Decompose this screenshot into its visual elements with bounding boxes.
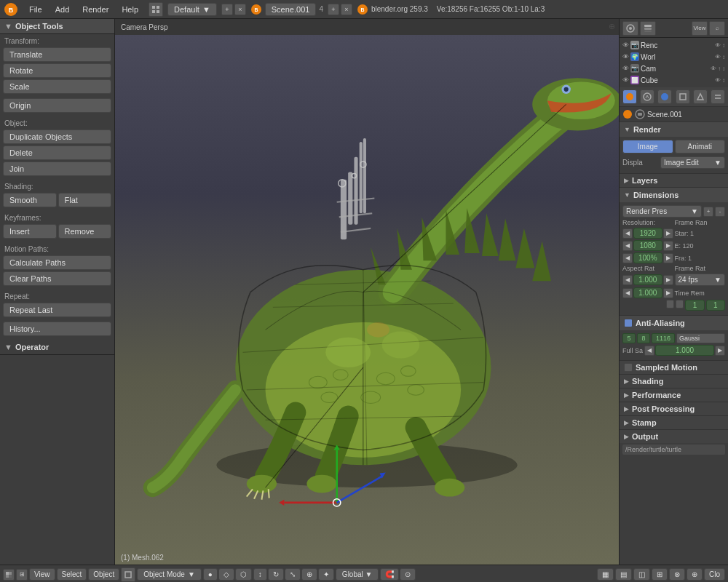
cam-lock-icon[interactable]: ↕ xyxy=(722,65,725,72)
layer-btn2[interactable]: ▤ xyxy=(615,568,632,581)
constraint-props-icon[interactable] xyxy=(693,89,708,104)
view-icon-btn[interactable] xyxy=(622,21,638,36)
render-preset-dropdown[interactable]: Render Pres ▼ xyxy=(622,205,702,218)
close-viewport-btn[interactable]: Clo xyxy=(704,568,725,581)
fullsa-down-btn[interactable]: ◀ xyxy=(644,346,654,356)
image-render-btn[interactable]: Image xyxy=(622,140,673,154)
height-up-btn[interactable]: ▶ xyxy=(663,241,673,251)
remove-keyframe-button[interactable]: Remove xyxy=(58,224,112,239)
shading-section[interactable]: ▶ Shading xyxy=(620,374,728,388)
height-field[interactable]: 1080 xyxy=(633,240,662,251)
aa-val2[interactable]: 8 xyxy=(637,333,650,343)
view-menu-btn[interactable]: View xyxy=(29,568,55,581)
render-props-icon[interactable] xyxy=(622,89,637,104)
cube-eye-icon[interactable]: 👁 xyxy=(715,77,721,84)
render-layers-icon[interactable] xyxy=(640,21,656,36)
snap-btn[interactable]: 🧲 xyxy=(380,568,399,581)
layer-btn6[interactable]: ⊕ xyxy=(687,568,703,581)
rotate-button[interactable]: Rotate xyxy=(3,63,111,78)
tree-restrict-render[interactable]: 👁 xyxy=(715,42,721,49)
pct-up-btn[interactable]: ▶ xyxy=(663,253,673,263)
close-workspace-btn[interactable]: × xyxy=(234,4,246,15)
search-btn[interactable]: ⌕ xyxy=(709,21,725,36)
display-dropdown[interactable]: Image Edit ▼ xyxy=(660,156,725,169)
translate-button[interactable]: Translate xyxy=(3,47,111,62)
ax-up-btn[interactable]: ▶ xyxy=(663,275,673,285)
menu-help[interactable]: Help xyxy=(116,4,144,15)
ay-down-btn[interactable]: ◀ xyxy=(622,288,633,298)
transform-icon-btn[interactable]: ⊕ xyxy=(301,568,317,581)
height-down-btn[interactable]: ◀ xyxy=(622,241,633,251)
layer-btn1[interactable]: ▦ xyxy=(597,568,614,581)
calculate-paths-button[interactable]: Calculate Paths xyxy=(3,255,111,270)
insert-keyframe-button[interactable]: Insert xyxy=(3,224,57,239)
texture-shading-btn[interactable]: ⬡ xyxy=(235,568,252,581)
preset-add-btn[interactable]: + xyxy=(703,207,713,217)
pct-down-btn[interactable]: ◀ xyxy=(622,253,633,263)
clear-paths-button[interactable]: Clear Paths xyxy=(3,271,111,286)
menu-file[interactable]: File xyxy=(23,4,48,15)
viewport-bg[interactable] xyxy=(115,35,619,565)
tree-item-cube[interactable]: 👁 ⬜ Cube 👁 ↕ xyxy=(620,74,728,86)
aspect-y-field[interactable]: 1.000 xyxy=(633,287,662,298)
mode-selector[interactable]: Object Mode ▼ xyxy=(137,568,202,581)
select-menu-btn[interactable]: Select xyxy=(57,568,87,581)
sampled-motion-section[interactable]: Sampled Motion xyxy=(620,360,728,374)
viewport-type-icon[interactable] xyxy=(3,569,15,581)
timerem-check2[interactable] xyxy=(676,300,684,308)
scene-props-icon[interactable] xyxy=(640,89,654,104)
aa-val3[interactable]: 1116 xyxy=(652,333,675,343)
view-properties-btn[interactable]: View xyxy=(692,21,708,36)
object-props-icon[interactable] xyxy=(676,89,690,104)
custom-icon-btn[interactable]: ✦ xyxy=(318,568,334,581)
aa-filter-dropdown[interactable]: Gaussi xyxy=(676,333,725,343)
timerem-check1[interactable] xyxy=(666,300,674,308)
timerem-val2[interactable]: 1 xyxy=(706,300,725,311)
tree-restrict-render2[interactable]: 👁 xyxy=(715,54,721,60)
modifier-props-icon[interactable] xyxy=(711,89,725,104)
percent-field[interactable]: 100% xyxy=(633,252,662,263)
menu-add[interactable]: Add xyxy=(50,4,76,15)
aa-enable-check[interactable] xyxy=(624,319,633,327)
layer-btn4[interactable]: ⊞ xyxy=(652,568,668,581)
delete-button[interactable]: Delete xyxy=(3,146,111,160)
antialiasing-header[interactable]: Anti-Aliasing xyxy=(620,316,728,330)
preset-remove-btn[interactable]: - xyxy=(715,207,725,217)
rotate-icon-btn[interactable]: ↻ xyxy=(268,568,284,581)
render-section-header[interactable]: ▼ Render xyxy=(620,122,728,137)
viewport-maximize-icon[interactable]: ⊞ xyxy=(16,569,28,581)
cube-restrict-icon[interactable]: ↕ xyxy=(722,77,725,84)
width-up-btn[interactable]: ▶ xyxy=(663,228,673,239)
ax-down-btn[interactable]: ◀ xyxy=(622,275,633,285)
cam-eye-icon[interactable]: 👁 xyxy=(711,65,716,72)
wire-shading-btn[interactable]: ◇ xyxy=(218,568,234,581)
fps-dropdown[interactable]: 24 fps ▼ xyxy=(675,274,726,286)
add-scene-btn[interactable]: + xyxy=(328,4,339,15)
flat-button[interactable]: Flat xyxy=(58,193,112,207)
performance-section[interactable]: ▶ Performance xyxy=(620,388,728,402)
layers-section[interactable]: ▶ Layers xyxy=(620,173,728,187)
solid-shading-btn[interactable]: ● xyxy=(203,568,218,581)
orientation-selector[interactable]: Global ▼ xyxy=(336,568,379,581)
proportional-btn[interactable]: ⊙ xyxy=(400,568,416,581)
layer-btn5[interactable]: ⊗ xyxy=(669,568,685,581)
output-section[interactable]: ▶ Output xyxy=(620,429,728,443)
post-processing-section[interactable]: ▶ Post Processing xyxy=(620,402,728,415)
animation-render-btn[interactable]: Animati xyxy=(675,140,726,154)
tree-item-worl[interactable]: 👁 🌍 Worl 👁 ↕ xyxy=(620,51,728,63)
ay-up-btn[interactable]: ▶ xyxy=(663,288,673,298)
tree-restrict-select2[interactable]: ↕ xyxy=(722,54,725,60)
translate-icon-btn[interactable]: ↕ xyxy=(253,568,267,581)
full-sa-field[interactable]: 1.000 xyxy=(655,345,714,356)
stamp-section[interactable]: ▶ Stamp xyxy=(620,415,728,429)
tree-item-cam[interactable]: 👁 📷 Cam 👁 ↑ ↕ xyxy=(620,63,728,74)
width-down-btn[interactable]: ◀ xyxy=(622,228,633,239)
dimensions-header[interactable]: ▼ Dimensions xyxy=(620,188,728,202)
aa-val1[interactable]: 5 xyxy=(622,333,636,343)
origin-button[interactable]: Origin xyxy=(3,98,111,113)
tree-restrict-select[interactable]: ↕ xyxy=(722,42,725,49)
smooth-button[interactable]: Smooth xyxy=(3,193,57,207)
add-workspace-btn[interactable]: + xyxy=(221,4,233,15)
duplicate-objects-button[interactable]: Duplicate Objects xyxy=(3,129,111,144)
workspace-selector[interactable]: Default ▼ xyxy=(167,3,217,16)
